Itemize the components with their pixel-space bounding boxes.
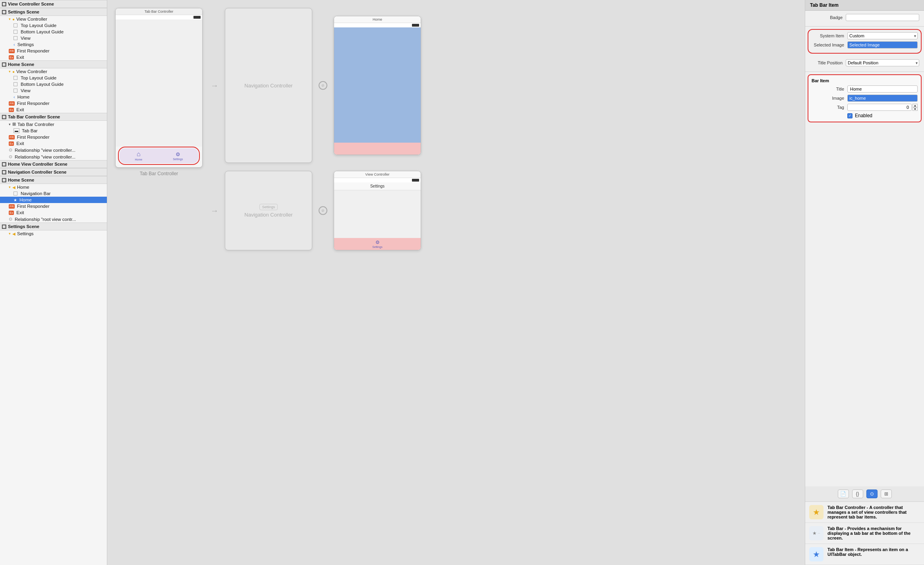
home-phone: Home (334, 16, 421, 155)
sidebar-item-home-back[interactable]: ‹ Home (0, 94, 107, 100)
bar-item-title-input[interactable] (847, 85, 918, 93)
obj-tab-bar-controller: ★ Tab Bar Controller - A controller that… (805, 502, 924, 523)
sidebar-item-first-responder-1[interactable]: FR First Responder (0, 48, 107, 54)
sidebar-item-home-nav[interactable]: ▾ ◀ Home (0, 184, 107, 190)
arrow-circle-2: ⊘ (319, 206, 327, 215)
tab-bar-item-header: Tab Bar Item (805, 0, 924, 11)
settings-pink-tab: ⚙ Settings (334, 238, 421, 250)
title-position-section: Title Position Default Position (805, 56, 924, 72)
selected-image-row: Selected Image Selected Image (808, 41, 921, 48)
tab-item-settings: ⚙ Settings (173, 151, 183, 161)
sidebar-item-top-layout-1[interactable]: Top Layout Guide (0, 22, 107, 29)
sidebar-item-top-layout-2[interactable]: Top Layout Guide (0, 75, 107, 81)
arrow-circle-1: ⊘ (319, 81, 327, 90)
arrow-right-2: → (211, 206, 218, 215)
sidebar-scene-navigation-controller[interactable]: 🔲 Navigation Controller Scene (0, 168, 107, 176)
sidebar-item-tab-bar[interactable]: ▬ Tab Bar (0, 128, 107, 134)
home-status-battery (412, 24, 419, 27)
selected-image-select[interactable]: Selected Image (847, 41, 918, 48)
arrow-right-1: → (211, 81, 218, 90)
inspector-tab-size[interactable]: ⊞ (881, 490, 892, 498)
inspector-tabs: 📄 {} ⊙ ⊞ (805, 486, 924, 502)
sidebar-scene-home-view-controller[interactable]: 🔲 Home View Controller Scene (0, 160, 107, 168)
tab-controller-header: Tab Bar Controller (116, 8, 202, 15)
tab-controller-label: Tab Bar Controller (140, 171, 178, 176)
sidebar-item-exit-4[interactable]: Ex Exit (0, 209, 107, 216)
sidebar-item-bottom-layout-1[interactable]: Bottom Layout Guide (0, 29, 107, 35)
sidebar-item-view-controller-1[interactable]: ▾ ● View Controller (0, 16, 107, 22)
sidebar-item-view-controller-2[interactable]: ▾ ● View Controller (0, 68, 107, 75)
sidebar: 🔲 View Controller Scene 🔲 Settings Scene… (0, 0, 107, 565)
nav-controller-1: Navigation Controller (225, 8, 312, 163)
sidebar-item-exit-2[interactable]: Ex Exit (0, 106, 107, 113)
tab-bar-highlighted: ⌂ Home ⚙ Settings (118, 147, 200, 165)
title-position-row: Title Position Default Position (810, 59, 919, 66)
bar-item-section: Bar Item Title Image ic_home Tag ▲ ▼ (808, 74, 922, 122)
sidebar-item-exit-3[interactable]: Ex Exit (0, 140, 107, 147)
sidebar-item-relationship-2[interactable]: ⊙ Relationship "view controller... (0, 153, 107, 160)
sidebar-scene-settings-1[interactable]: 🔲 Settings Scene (0, 8, 107, 16)
tab-controller-body (116, 19, 202, 147)
sidebar-item-first-responder-2[interactable]: FR First Responder (0, 100, 107, 106)
settings-phone: View Controller Settings ⚙ Settings (334, 171, 421, 250)
bar-item-title: Bar Item (812, 78, 918, 83)
obj-tab-bar: ★ ··· Tab Bar - Provides a mechanism for… (805, 523, 924, 544)
nav-controller-2: Settings Navigation Controller (225, 171, 312, 250)
sidebar-scene-home-1[interactable]: 🔲 Home Scene (0, 60, 107, 68)
badge-section: Badge (805, 11, 924, 27)
canvas-area: Tab Bar Controller ⌂ Home (107, 0, 805, 565)
status-bar-battery (193, 16, 201, 19)
inspector-tab-attributes[interactable]: ⊙ (866, 490, 878, 498)
sidebar-scene-home-2[interactable]: 🔲 Home Scene (0, 176, 107, 184)
system-item-highlight: System Item Custom Selected Image Select… (808, 29, 922, 54)
settings-status-battery (412, 179, 419, 182)
tab-bar: ⌂ Home ⚙ Settings (120, 148, 198, 163)
enabled-checkbox[interactable]: ✓ (847, 113, 852, 118)
sidebar-item-navigation-bar[interactable]: Navigation Bar (0, 190, 107, 197)
sidebar-item-tab-bar-controller[interactable]: ▾ ⊞ Tab Bar Controller (0, 121, 107, 128)
inspector-tab-file[interactable]: 📄 (838, 490, 849, 498)
bar-item-enabled-row: ✓ Enabled (812, 113, 918, 118)
sidebar-item-relationship-root[interactable]: ⊙ Relationship "root view contr... (0, 216, 107, 223)
inspector-tab-object[interactable]: {} (852, 490, 863, 498)
bar-item-tag-row: Tag ▲ ▼ (812, 104, 918, 111)
tab-item-home: ⌂ Home (135, 151, 143, 161)
right-inspector-panel: Tab Bar Item Badge System Item Custom Se… (805, 0, 924, 565)
sidebar-item-exit-1[interactable]: Ex Exit (0, 54, 107, 60)
bar-item-title-row: Title (812, 85, 918, 93)
bar-item-image-select[interactable]: ic_home (847, 95, 918, 102)
title-position-select[interactable]: Default Position (846, 59, 919, 66)
settings-content (334, 190, 421, 238)
tab-bar-controller-widget: Tab Bar Controller ⌂ Home (115, 8, 203, 176)
sidebar-item-bottom-layout-2[interactable]: Bottom Layout Guide (0, 81, 107, 87)
sidebar-scene-view-controller[interactable]: 🔲 View Controller Scene (0, 0, 107, 8)
system-item-select[interactable]: Custom (847, 32, 918, 39)
obj-tab-bar-item: ★ Tab Bar Item - Represents an item on a… (805, 544, 924, 565)
sidebar-item-relationship-1[interactable]: ⊙ Relationship "view controller... (0, 147, 107, 153)
bar-item-image-row: Image ic_home (812, 95, 918, 102)
sidebar-item-view-2[interactable]: View (0, 87, 107, 94)
sidebar-item-first-responder-3[interactable]: FR First Responder (0, 134, 107, 140)
sidebar-scene-settings-2[interactable]: 🔲 Settings Scene (0, 223, 107, 230)
badge-row: Badge (810, 14, 919, 21)
sidebar-item-home-star[interactable]: ★ Home (0, 197, 107, 203)
sidebar-item-settings-nav[interactable]: ▾ ◀ Settings (0, 230, 107, 237)
sidebar-item-view-1[interactable]: View (0, 35, 107, 41)
home-pink-tab (334, 143, 421, 155)
badge-input[interactable] (846, 14, 919, 21)
system-item-row: System Item Custom (808, 32, 921, 39)
settings-nav-title: Settings (334, 182, 421, 190)
sidebar-scene-tab-bar-controller[interactable]: 🔲 Tab Bar Controller Scene (0, 113, 107, 121)
home-blue-area (334, 27, 421, 143)
sidebar-item-first-responder-4[interactable]: FR First Responder (0, 203, 107, 209)
bar-item-tag-input[interactable] (847, 104, 912, 111)
sidebar-item-settings-back[interactable]: ‹ Settings (0, 41, 107, 48)
